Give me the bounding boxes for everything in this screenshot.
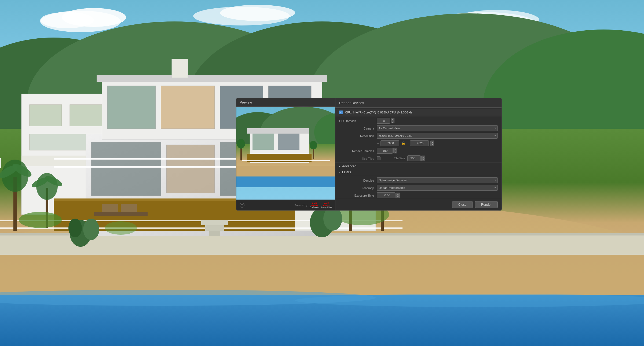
divider-1 [335,116,502,116]
svg-point-65 [19,212,62,228]
lock-icon: 🔒 [401,141,405,145]
exposure-stepper: ▲ ▼ [396,193,400,198]
filters-arrow: ▾ [339,171,341,174]
svg-rect-33 [172,59,188,78]
dimensions-row: ↔ 🔒 ↕ ▲ ▼ [335,139,502,147]
denoise-value: Open Image Denoiser [379,179,408,182]
cpu-threads-stepper: ▲ ▼ [391,118,394,123]
svg-point-3 [40,12,94,28]
camera-row: Camera As Current View ▼ [335,124,502,132]
resolution-arrow: ▼ [494,134,496,137]
render-samples-label: Render Samples [352,149,374,153]
svg-point-87 [237,139,245,149]
camera-select[interactable]: As Current View ▼ [377,125,498,131]
svg-rect-42 [94,212,148,216]
tonemap-value: Linear Photographic [379,186,405,189]
width-input[interactable] [380,140,399,146]
svg-point-89 [310,141,317,149]
settings-footer: Close Render [335,199,502,210]
preview-title: Preview [240,100,252,104]
close-button[interactable]: Close [452,201,473,208]
settings-panel: Render Devices ✓ CPU: Intel(R) Core(TM) … [335,98,502,211]
resolution-row: Resolution 7680 x 4320, UHDTV-2 16:9 ▼ [335,132,502,139]
denoise-row: Denoise Open Image Denoiser ▼ [335,176,502,184]
camera-label: Camera [364,127,374,130]
help-button[interactable]: ? [240,203,244,208]
cpu-threads-label: CPU threads [339,119,356,123]
denoise-select[interactable]: Open Image Denoiser ▼ [377,177,498,183]
tile-size-input[interactable] [407,155,421,161]
denoise-arrow: ▼ [494,179,496,182]
tonemap-row: Tonemap Linear Photographic ▼ [335,184,502,192]
svg-rect-30 [161,86,215,129]
cpu-threads-up[interactable]: ▲ [391,118,394,121]
cpu-threads-row: CPU threads ▲ ▼ [335,117,502,124]
height-input[interactable] [410,140,429,146]
filters-label: Filters [342,170,351,174]
svg-point-69 [83,219,99,240]
tonemap-arrow: ▼ [494,186,496,189]
use-tiles-label: Use Tiles [362,157,374,160]
svg-rect-23 [30,105,62,126]
camera-value: As Current View [379,127,400,130]
tile-size-label: Tile Size [394,157,405,160]
svg-rect-28 [97,75,327,82]
height-icon: ↕ [408,142,409,145]
filters-section[interactable]: ▾ Filters [335,169,502,175]
dim-up[interactable]: ▲ [430,141,434,143]
render-samples-input[interactable] [377,148,393,154]
preview-image-area [236,107,335,200]
use-tiles-checkbox[interactable] [377,156,380,160]
settings-title: Render Devices [339,101,364,105]
tonemap-label: Tonemap [362,186,374,190]
svg-point-70 [68,219,82,237]
render-samples-down[interactable]: ▼ [393,151,397,153]
svg-rect-81 [278,134,299,150]
svg-rect-35 [166,145,215,193]
tonemap-select[interactable]: Linear Photographic ▼ [377,185,498,191]
svg-rect-80 [253,134,274,150]
svg-rect-34 [91,142,161,196]
exposure-row: Exposure Time ▲ ▼ [335,192,502,199]
exposure-input[interactable] [377,192,396,198]
device-row: ✓ CPU: Intel(R) Core(TM) i5-8259U CPU @ … [335,109,502,116]
exposure-label: Exposure Time [354,194,374,197]
tile-size-down[interactable]: ▼ [421,158,425,161]
dim-stepper: ▲ ▼ [430,141,434,146]
svg-point-67 [105,221,137,235]
preview-scene-svg [236,107,335,200]
advanced-arrow: ▸ [339,165,341,168]
render-samples-row: Render Samples ▲ ▼ [335,147,502,154]
denoise-label: Denoise [363,179,374,182]
cpu-threads-input[interactable] [377,118,390,124]
tile-size-up[interactable]: ▲ [421,156,425,158]
divider-3 [335,176,502,176]
panel-container: Preview [236,98,639,211]
dim-down[interactable]: ▼ [430,143,434,146]
render-button[interactable]: Render [475,201,498,208]
resolution-value: 7680 x 4320, UHDTV-2 16:9 [379,134,412,137]
preview-footer: ? Powered by AMD Radeon ProRender AMD Ra… [236,200,335,210]
device-checkbox[interactable]: ✓ [339,111,343,114]
advanced-section[interactable]: ▸ Advanced [335,163,502,169]
svg-rect-83 [242,160,330,161]
preview-panel: Preview [236,98,335,211]
cpu-threads-down[interactable]: ▼ [391,121,394,123]
svg-rect-49 [0,227,402,229]
exposure-down[interactable]: ▼ [396,195,400,198]
camera-arrow: ▼ [494,127,496,130]
powered-by: Powered by AMD Radeon ProRender AMD Rade… [295,202,332,208]
resolution-select[interactable]: 7680 x 4320, UHDTV-2 16:9 ▼ [377,133,498,139]
footer-buttons: Close Render [452,201,498,208]
render-samples-up[interactable]: ▲ [393,148,397,151]
settings-body: ✓ CPU: Intel(R) Core(TM) i5-8259U CPU @ … [335,108,502,199]
settings-header: Render Devices [335,98,502,108]
use-tiles-row: Use Tiles Tile Size ▲ ▼ [335,154,502,162]
svg-rect-85 [236,176,335,187]
svg-rect-29 [107,86,156,129]
svg-point-5 [220,5,295,21]
exposure-up[interactable]: ▲ [396,193,400,195]
svg-rect-79 [247,128,309,134]
tile-size-stepper: ▲ ▼ [421,156,425,161]
divider-2 [335,163,502,163]
